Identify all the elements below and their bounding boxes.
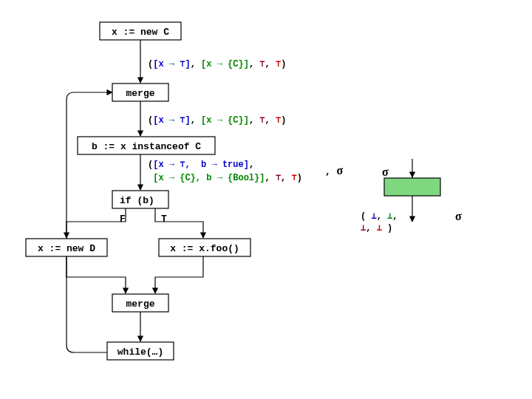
edge-n5-merge2 [66,256,126,293]
state-after-n3-line2: [x → {C}, b → {Bool}], ⊤, ⊤) [148,173,302,183]
node-new-c-label: x := new C [112,27,169,38]
node-while: while(…) [107,342,174,360]
node-instanceof-label: b := x instanceof C [92,141,201,152]
key-bot-line2: ⊥, ⊥ ) [361,223,392,233]
edge-n6-merge2 [155,256,203,293]
summary-box [384,178,440,196]
node-merge-2-label: merge [126,299,154,310]
node-merge-2: merge [112,294,168,312]
node-merge-1-label: merge [126,88,154,99]
branch-true-label: T [161,214,167,225]
key-bot-line1: ( ⊥, ⊥, [361,211,403,222]
back-edge [66,92,140,352]
node-while-label: while(…) [117,347,163,358]
node-foo: x := x.foo() [159,239,250,256]
edge-if-false [66,208,126,238]
sigma-out-label: σ [455,210,462,222]
sigma-in-label: σ [382,166,389,178]
node-new-c: x := new C [100,22,181,40]
svg-rect-8 [384,178,440,196]
state-after-n1: ([x → ⊤], [x → {C}], ⊤, ⊤) [148,59,286,69]
node-if: if (b) [112,191,168,208]
state-after-n3-tail: , σ [325,164,344,177]
node-new-d: x := new D [26,239,107,256]
state-after-n3-line1: ([x → ⊤, b → true], [148,160,254,170]
node-foo-label: x := x.foo() [170,243,239,254]
state-after-n2: ([x → ⊤], [x → {C}], ⊤, ⊤) [148,115,286,126]
node-if-label: if (b) [120,195,154,206]
node-new-d-label: x := new D [38,243,95,254]
node-merge-1: merge [112,83,168,101]
branch-false-label: F [120,214,126,225]
node-instanceof: b := x instanceof C [78,137,215,154]
